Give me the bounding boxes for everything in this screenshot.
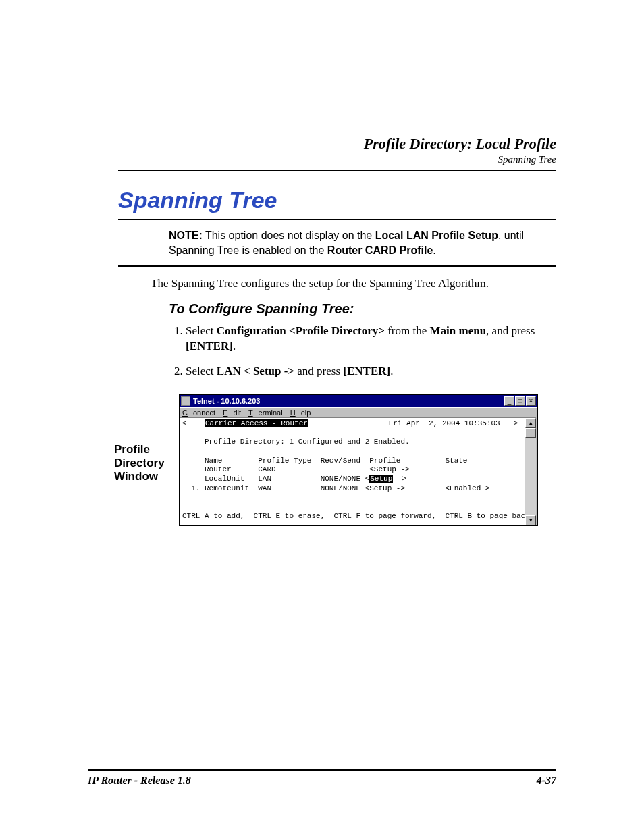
intro-paragraph: The Spanning Tree configures the setup f…	[151, 276, 556, 292]
maximize-button[interactable]: □	[515, 396, 525, 406]
profile-directory-heading: Profile Directory: 1 Configured and 2 En…	[182, 438, 410, 446]
menu-terminal[interactable]: Terminal	[248, 409, 283, 417]
header-rule	[118, 170, 556, 171]
note-text-3: .	[433, 244, 435, 256]
vertical-scrollbar[interactable]: ▴ ▾	[525, 417, 536, 525]
page-footer: IP Router - Release 1.8 4-37	[88, 769, 556, 787]
menu-help[interactable]: Help	[290, 409, 311, 417]
procedure-steps: Select Configuration <Profile Directory>…	[186, 323, 556, 380]
row-router: Router CARD <Setup ->	[182, 465, 410, 473]
scroll-up-button[interactable]: ▴	[525, 418, 536, 428]
scroll-down-button[interactable]: ▾	[525, 515, 536, 525]
figure-caption: Profile Directory Window	[114, 443, 179, 484]
menubar: Connect Edit Terminal Help	[180, 407, 537, 417]
header-title: Profile Directory: Local Profile	[118, 135, 556, 153]
footer-rule	[88, 769, 556, 771]
footer-right: 4-37	[537, 775, 556, 787]
note-bold-2: Router CARD Profile	[327, 244, 433, 256]
note-text-1: This option does not display on the	[205, 230, 375, 241]
timestamp: Fri Apr 2, 2004 10:35:03	[308, 419, 500, 427]
note-label: NOTE:	[169, 230, 203, 241]
key-hints: CTRL A to add, CTRL E to erase, CTRL F t…	[182, 512, 525, 520]
system-menu-icon[interactable]	[181, 396, 190, 406]
step-1: Select Configuration <Profile Directory>…	[186, 323, 556, 355]
row-localunit-setup[interactable]: Setup	[369, 475, 393, 483]
procedure-heading: To Configure Spanning Tree:	[169, 301, 556, 317]
step-2: Select LAN < Setup -> and press [ENTER].	[186, 364, 556, 380]
figure-area: Profile Directory Window Telnet - 10.10.…	[118, 394, 556, 526]
footer-left: IP Router - Release 1.8	[88, 775, 191, 787]
minimize-button[interactable]: _	[504, 396, 514, 406]
scroll-thumb[interactable]	[525, 428, 536, 438]
header-subtitle: Spanning Tree	[118, 154, 556, 165]
note-bold-1: Local LAN Profile Setup	[375, 230, 498, 241]
title-rule-bottom	[118, 265, 556, 267]
title-rule-top	[118, 219, 556, 220]
column-headers: Name Profile Type Recv/Send Profile Stat…	[182, 457, 467, 465]
menu-connect[interactable]: Connect	[182, 409, 215, 417]
telnet-window: Telnet - 10.10.6.203 _ □ × Connect Edit …	[179, 394, 538, 526]
banner: Carrier Access - Router	[205, 419, 308, 427]
window-title: Telnet - 10.10.6.203	[193, 397, 260, 405]
page-header: Profile Directory: Local Profile Spannin…	[118, 135, 556, 165]
menu-edit[interactable]: Edit	[223, 409, 241, 417]
window-titlebar[interactable]: Telnet - 10.10.6.203 _ □ ×	[180, 395, 537, 407]
row-remoteunit: 1. RemoteUnit WAN NONE/NONE <Setup -> <E…	[182, 484, 489, 492]
close-button[interactable]: ×	[526, 396, 536, 406]
scroll-track[interactable]	[525, 428, 536, 515]
section-title: Spanning Tree	[118, 187, 556, 213]
note-block: NOTE: This option does not display on th…	[169, 228, 556, 259]
terminal-output[interactable]: < Carrier Access - Router Fri Apr 2, 200…	[180, 417, 525, 525]
